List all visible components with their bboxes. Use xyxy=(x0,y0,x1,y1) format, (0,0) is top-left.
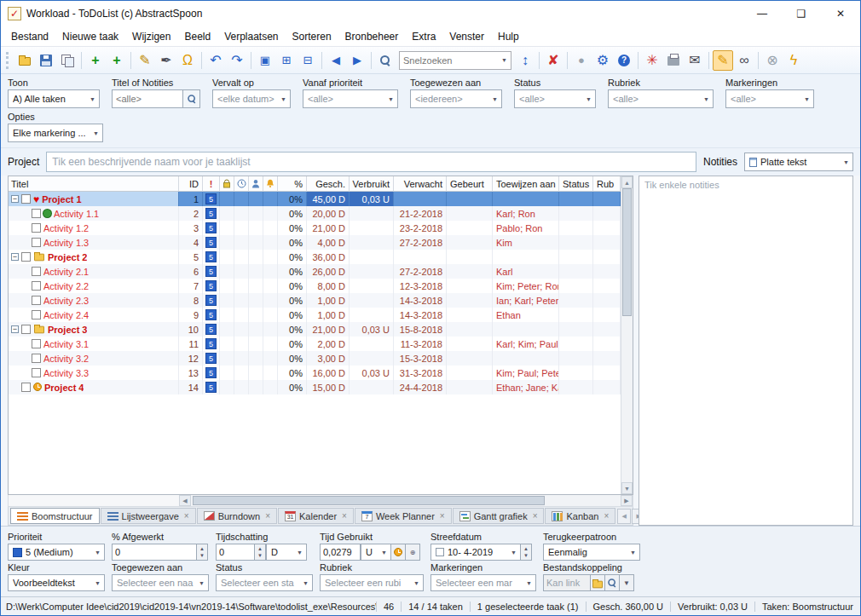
tab-kanban[interactable]: Kanban× xyxy=(545,508,615,524)
email-button[interactable]: ✉ xyxy=(685,50,705,71)
edit-notes-button[interactable]: ✒ xyxy=(156,50,176,71)
scroll-right-button[interactable]: ▶ xyxy=(621,495,633,506)
task-checkbox[interactable] xyxy=(32,223,41,233)
tab-burndown[interactable]: Burndown× xyxy=(197,508,277,524)
help-button[interactable]: ? xyxy=(614,50,634,71)
recurrence-select[interactable]: Eenmalig ▼ xyxy=(543,544,640,561)
scroll-left-button[interactable]: ◀ xyxy=(179,495,191,506)
redo-button[interactable]: ↷ xyxy=(227,50,247,71)
task-checkbox[interactable] xyxy=(32,296,41,305)
tree-expander[interactable]: − xyxy=(11,195,19,203)
sort-button[interactable]: ↕ xyxy=(515,50,535,71)
menu-item-sorteren[interactable]: Sorteren xyxy=(286,26,338,46)
save-all-button[interactable] xyxy=(57,50,78,71)
filter-assigned-select[interactable]: <iedereen> ▼ xyxy=(410,89,502,108)
password-protect-button[interactable]: ● xyxy=(571,50,592,71)
task-row[interactable]: Activity 1.2 3 5 0% 21,00 D 23-2-2018 Pa… xyxy=(9,221,621,235)
filter-options-select[interactable]: Elke markering ... ▼ xyxy=(8,124,103,142)
delete-task-button[interactable]: ✘ xyxy=(543,50,563,71)
column-category[interactable]: Rub xyxy=(593,176,621,192)
time-spent-unit-select[interactable]: U ▼ xyxy=(361,544,391,561)
vertical-scrollbar[interactable]: ▲ ▼ xyxy=(621,176,633,494)
close-icon[interactable]: × xyxy=(440,511,445,521)
person-icon[interactable] xyxy=(249,176,263,192)
category-select[interactable]: Selecteer een rubi ▼ xyxy=(320,574,424,591)
time-estimate-input[interactable] xyxy=(216,544,255,561)
time-spent-input[interactable] xyxy=(320,544,361,561)
column-id[interactable]: ID xyxy=(179,176,203,192)
task-row[interactable]: Activity 2.3 8 5 0% 1,00 D 14-3-2018 Ian… xyxy=(9,293,621,308)
maximize-button[interactable]: ❑ xyxy=(782,1,821,26)
reminder-button[interactable]: Ω xyxy=(177,50,198,71)
file-link-view-button[interactable] xyxy=(605,574,620,591)
close-icon[interactable]: × xyxy=(533,511,538,521)
file-link-dropdown-button[interactable]: ▼ xyxy=(620,574,634,591)
print-button[interactable] xyxy=(663,50,684,71)
color-select[interactable]: Voorbeeldtekst ▼ xyxy=(8,574,105,591)
task-row[interactable]: Activity 2.4 9 5 0% 1,00 D 14-3-2018 Eth… xyxy=(9,308,621,322)
task-row[interactable]: − Project 2 5 5 0% 36,00 D xyxy=(9,250,621,264)
expand-tasks-button[interactable]: ⊞ xyxy=(276,50,297,71)
filter-title-input[interactable] xyxy=(112,89,183,108)
next-task-button[interactable]: ▶ xyxy=(347,50,367,71)
menu-item-verplaatsen[interactable]: Verplaatsen xyxy=(217,26,285,46)
status-select[interactable]: Selecteer een sta ▼ xyxy=(216,574,313,591)
filter-priority-select[interactable]: <alle> ▼ xyxy=(303,89,398,108)
close-icon[interactable]: × xyxy=(342,511,347,521)
tab-kalender[interactable]: 31Kalender× xyxy=(278,508,354,524)
horizontal-scrollbar[interactable]: ◀ ▶ xyxy=(8,495,633,507)
add-time-button[interactable]: ⊕ xyxy=(406,544,420,561)
task-checkbox[interactable] xyxy=(21,383,31,392)
project-title-input[interactable] xyxy=(46,152,696,172)
filter-category-select[interactable]: <alle> ▼ xyxy=(608,89,714,108)
task-row[interactable]: Activity 3.1 11 5 0% 2,00 D 11-3-2018 Ka… xyxy=(9,337,621,351)
task-checkbox[interactable] xyxy=(32,209,41,218)
task-checkbox[interactable] xyxy=(32,281,41,291)
tab-lijstweergave[interactable]: Lijstweergave× xyxy=(101,508,196,524)
tags-select[interactable]: Selecteer een mar ▼ xyxy=(430,574,536,591)
maximize-tasklist-button[interactable]: ▣ xyxy=(255,50,275,71)
task-row[interactable]: Activity 1.1 2 5 0% 20,00 D 21-2-2018 Ka… xyxy=(9,206,621,221)
tree-expander[interactable]: − xyxy=(11,325,19,333)
minimize-button[interactable]: — xyxy=(743,1,782,26)
tree-expander[interactable]: − xyxy=(11,253,19,261)
edit-task-button[interactable]: ✎ xyxy=(135,50,155,71)
prev-task-button[interactable]: ◀ xyxy=(326,50,346,71)
task-row[interactable]: Activity 2.2 7 5 0% 8,00 D 12-3-2018 Kim… xyxy=(9,279,621,293)
due-date-spinner[interactable]: ▲▼ xyxy=(521,544,532,561)
task-row[interactable]: Activity 3.3 13 5 0% 16,00 D 0,03 U 31-3… xyxy=(9,366,621,380)
task-checkbox[interactable] xyxy=(21,252,31,262)
task-checkbox[interactable] xyxy=(21,325,31,334)
tab-boomstructuur[interactable]: Boomstructuur xyxy=(10,508,100,524)
percent-done-input[interactable] xyxy=(112,544,197,561)
due-date-checkbox[interactable] xyxy=(436,548,444,556)
task-checkbox[interactable] xyxy=(32,310,41,320)
task-row[interactable]: Project 4 14 5 0% 15,00 D 24-4-2018 Etha… xyxy=(9,380,621,394)
filter-show-select[interactable]: A) Alle taken ▼ xyxy=(8,89,100,108)
time-track-button[interactable] xyxy=(391,544,406,561)
filter-tags-select[interactable]: <alle> ▼ xyxy=(725,89,814,108)
menu-item-venster[interactable]: Venster xyxy=(442,26,491,46)
quick-search-box[interactable]: ▼ xyxy=(399,51,511,70)
menu-item-bestand[interactable]: Bestand xyxy=(4,26,55,46)
filter-duedate-select[interactable]: <elke datum> ▼ xyxy=(212,89,291,108)
menu-item-beeld[interactable]: Beeld xyxy=(177,26,217,46)
menu-item-hulp[interactable]: Hulp xyxy=(491,26,526,46)
notes-panel[interactable]: Tik enkele notities xyxy=(639,176,853,526)
find-tasks-button[interactable] xyxy=(375,50,396,71)
task-row[interactable]: Activity 1.3 4 5 0% 4,00 D 27-2-2018 Kim xyxy=(9,235,621,250)
cancel-button[interactable]: ⊗ xyxy=(762,50,783,71)
task-checkbox[interactable] xyxy=(32,267,41,276)
quick-search-input[interactable] xyxy=(403,55,498,66)
task-checkbox[interactable] xyxy=(21,194,31,204)
task-row[interactable]: Activity 2.1 6 5 0% 26,00 D 27-2-2018 Ka… xyxy=(9,264,621,279)
menu-item-extra[interactable]: Extra xyxy=(405,26,442,46)
bell-icon[interactable] xyxy=(263,176,278,192)
scrollbar-thumb[interactable] xyxy=(193,496,545,505)
task-row[interactable]: Activity 3.2 12 5 0% 3,00 D 15-3-2018 xyxy=(9,351,621,366)
time-estimate-spinner[interactable]: ▲▼ xyxy=(255,544,266,561)
menu-item-wijzigen[interactable]: Wijzigen xyxy=(125,26,177,46)
task-checkbox[interactable] xyxy=(32,368,41,377)
notes-format-select[interactable]: Platte tekst ▼ xyxy=(744,153,853,171)
new-subtask-button[interactable]: + xyxy=(107,50,127,71)
